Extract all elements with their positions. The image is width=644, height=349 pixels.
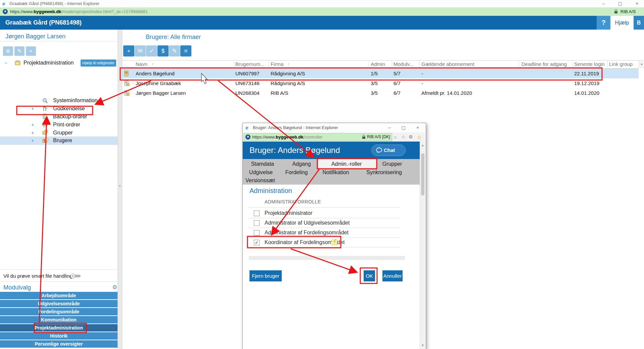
col-navn[interactable]: Navn: [136, 60, 147, 68]
col-seneste-login[interactable]: Seneste login: [574, 60, 605, 68]
tab-notifikation[interactable]: Notifikation: [322, 169, 349, 176]
scroll-thumb[interactable]: [421, 153, 424, 195]
minimize-icon[interactable]: –: [598, 0, 609, 7]
role-help-icon[interactable]: ?: [331, 240, 337, 245]
module-arbejdsomraade[interactable]: Arbejdsområde: [0, 292, 118, 299]
home-icon[interactable]: ⌂: [394, 132, 397, 142]
module-projektadministration[interactable]: Projektadministration: [0, 324, 118, 332]
module-udgivelsesomraade[interactable]: Udgivelsesområde: [0, 300, 118, 307]
tab-admin-roller[interactable]: Admin.-roller: [331, 161, 362, 167]
col-firma[interactable]: Firma: [271, 60, 283, 68]
help-question-button[interactable]: ?: [597, 16, 610, 30]
ok-button[interactable]: OK: [364, 270, 375, 281]
col-abonnement[interactable]: Gældende abonnement: [421, 60, 474, 68]
expand-toggle[interactable]: +: [30, 105, 35, 113]
smart-file-toggle[interactable]: [71, 274, 81, 278]
minimize-icon[interactable]: –: [384, 124, 395, 131]
expand-toggle[interactable]: +: [30, 137, 35, 145]
scroll-up-icon[interactable]: ▲: [420, 142, 425, 148]
tree-item-brugere[interactable]: + Brugere: [0, 137, 118, 145]
col-modulvalg[interactable]: Modulv...: [394, 60, 414, 68]
feedback-smiley-icon[interactable]: ☺: [417, 132, 422, 142]
settings-gear-icon[interactable]: ⚙: [409, 132, 413, 142]
col-link-group[interactable]: Link group: [609, 60, 633, 68]
close-icon[interactable]: ×: [631, 0, 643, 7]
checkbox[interactable]: [254, 220, 260, 226]
tree-item-label[interactable]: Backup-ordrer: [53, 113, 87, 121]
cancel-button[interactable]: Annuller: [382, 270, 403, 281]
expand-toggle[interactable]: +: [30, 121, 35, 129]
cell-modules: 6/7: [394, 88, 401, 98]
module-settings-gear-icon[interactable]: ⚙: [112, 284, 117, 291]
tree-item-label[interactable]: Grupper: [53, 129, 73, 137]
url-text[interactable]: https://www.byggeweb.dk/modernproject/in…: [10, 7, 148, 16]
tree-item-grupper[interactable]: + Grupper: [0, 129, 118, 137]
cell-name[interactable]: Jørgen Bagger Larsen: [136, 88, 186, 98]
checkbox[interactable]: [254, 230, 260, 236]
cell-name[interactable]: Anders Bøgelund: [136, 69, 175, 78]
tree-item-print-ordrer[interactable]: + Print-ordrer: [0, 121, 118, 129]
chat-button[interactable]: Chat: [371, 145, 406, 156]
approve-user-button[interactable]: ✓: [146, 45, 157, 56]
popup-url-field[interactable]: ❋ https://www.byggeweb.dk/controller RIB…: [244, 133, 392, 141]
tree-item-backup-ordrer[interactable]: Backup-ordrer: [0, 113, 118, 121]
close-icon[interactable]: ×: [412, 124, 423, 131]
tab-grupper[interactable]: Grupper: [382, 161, 402, 167]
tab-fordeling[interactable]: Fordeling: [285, 169, 308, 176]
tab-synkronisering[interactable]: Synkronisering: [366, 169, 402, 176]
project-edit-button[interactable]: ✎: [14, 46, 25, 56]
project-delete-button[interactable]: ×: [26, 46, 36, 56]
tree-item-label[interactable]: Systeminformation: [53, 96, 98, 105]
tree-item-label[interactable]: Brugere: [53, 137, 72, 145]
help-rights-button[interactable]: Hjælp til rettigheder: [81, 60, 116, 67]
tree-item-godkendelse[interactable]: + Godkendelse: [0, 105, 118, 113]
remove-user-button[interactable]: Fjern bruger: [249, 270, 282, 281]
edit-user-button[interactable]: ✎: [169, 45, 180, 56]
tab-udgivelse[interactable]: Udgivelse: [249, 169, 273, 176]
tab-versionssaet[interactable]: Versionssæt: [245, 178, 275, 184]
address-bar[interactable]: ❋ https://www.byggeweb.dk/modernproject/…: [0, 7, 644, 16]
module-fordelingsomraade[interactable]: Fordelingsområde: [0, 308, 118, 315]
collapse-left-icon[interactable]: ◄: [118, 184, 121, 187]
maximize-icon[interactable]: ▢: [614, 0, 626, 7]
cell-name[interactable]: Josephine Graabæk: [136, 78, 181, 88]
tree-item-label[interactable]: Projektadministration: [24, 59, 74, 67]
user-avatar[interactable]: B: [634, 16, 644, 30]
tree-item-label[interactable]: Print-ordrer: [53, 121, 80, 129]
module-personlige-oversigter[interactable]: Personlige oversigter: [0, 340, 118, 348]
help-button[interactable]: Hjælp: [610, 16, 634, 30]
col-admin[interactable]: Admin: [371, 60, 385, 68]
user-roles-button[interactable]: ≡: [180, 45, 191, 56]
role-row-admin-udgivelse[interactable]: Administrator af Udgivelsesområdet: [243, 220, 420, 228]
checkbox[interactable]: [254, 210, 260, 216]
checkbox[interactable]: ✓: [254, 240, 260, 245]
role-row-koordinator-fordeling[interactable]: ✓ Koordinator af Fordelingsområdet ?: [243, 239, 420, 247]
table-scroll-up[interactable]: ▲: [639, 60, 644, 68]
add-user-button[interactable]: +: [123, 45, 134, 56]
tab-adgang[interactable]: Adgang: [292, 161, 311, 167]
table-row-anders[interactable]: Anders Bøgelund UN607997 Rådgivning A/S …: [122, 69, 639, 78]
content-scroll-track[interactable]: [249, 256, 405, 260]
module-historik[interactable]: Historik: [0, 332, 118, 340]
module-kommunikation[interactable]: Kommunikation: [0, 316, 118, 323]
role-row-admin-fordeling[interactable]: Administrator af Fordelingsområdet: [243, 229, 420, 237]
maximize-icon[interactable]: ▢: [398, 124, 409, 131]
role-row-projektadministrator[interactable]: Projektadministrator: [243, 210, 420, 218]
byggeweb-icon: ❋: [3, 9, 8, 14]
favorites-star-icon[interactable]: ☆: [401, 132, 406, 142]
tree-item-systeminformation[interactable]: Systeminformation: [0, 96, 118, 105]
table-row-joergen[interactable]: Jørgen Bagger Larsen UN268304 RIB A/S 3/…: [122, 88, 639, 98]
table-row-josephine[interactable]: Josephine Graabæk UN673146 Rådgivning A/…: [122, 78, 639, 88]
collapse-toggle[interactable]: −: [3, 59, 8, 67]
col-brugernummer[interactable]: Brugernum...: [235, 60, 265, 68]
subscription-button[interactable]: $: [157, 45, 169, 56]
tree-item-label[interactable]: Godkendelse: [53, 105, 85, 113]
project-settings-button[interactable]: ⚙: [3, 46, 13, 56]
divider: [0, 269, 118, 270]
expand-toggle[interactable]: +: [30, 129, 35, 137]
tab-stamdata[interactable]: Stamdata: [251, 161, 274, 167]
scroll-down-icon[interactable]: ▼: [420, 342, 425, 348]
popup-scrollbar[interactable]: ▲ ▼: [420, 142, 425, 349]
invite-user-button[interactable]: ✉: [135, 45, 146, 56]
col-deadline[interactable]: Deadline for adgang: [521, 60, 567, 68]
